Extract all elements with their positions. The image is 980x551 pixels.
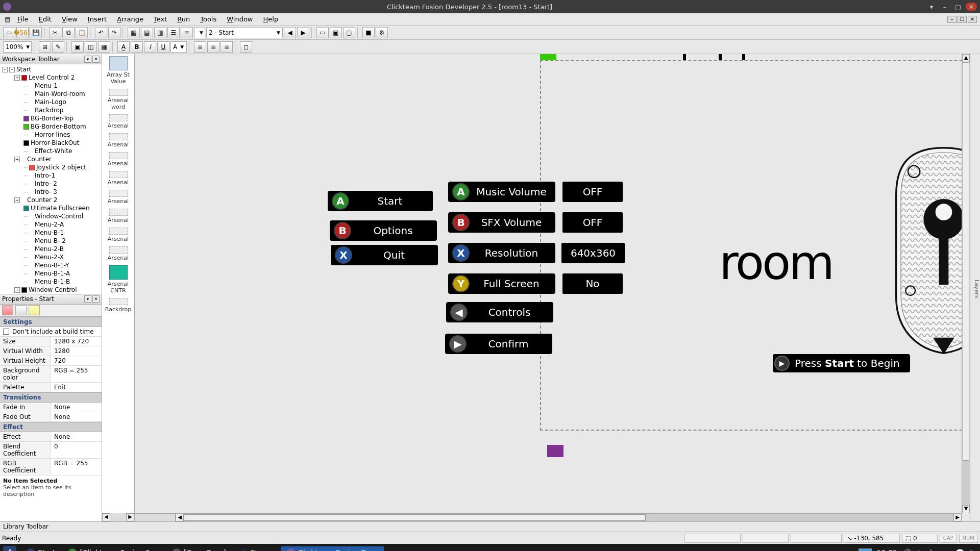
object-list-column[interactable]: Array St ValueArsenal wordArsenalArsenal… (102, 54, 135, 521)
taskbar-item[interactable]: [Clickteam Fusion 2.... (62, 546, 165, 551)
menu-button-start[interactable]: AStart (328, 191, 433, 211)
property-row[interactable]: Size1280 x 720 (0, 337, 102, 346)
main-logo[interactable]: room (719, 139, 970, 363)
object-item[interactable]: Array St Value (102, 54, 134, 87)
object-item[interactable]: Backdrop (102, 296, 134, 315)
taskbar-item[interactable]: [CrossOver] (166, 546, 232, 551)
editor-dropdown[interactable]: ▼ (194, 27, 205, 38)
zoom-combo[interactable]: 100%▼ (3, 41, 32, 53)
undo-button[interactable]: ↶ (95, 27, 107, 38)
build-button[interactable]: ⚙ (376, 27, 388, 38)
menu-button-confirm[interactable]: ▶Confirm (445, 334, 552, 354)
contents-button[interactable]: ▦ (128, 27, 140, 38)
align-left-button[interactable]: ≡ (194, 41, 206, 53)
property-row[interactable]: PaletteEdit (0, 383, 102, 392)
menu-run[interactable]: Run (172, 14, 195, 24)
italic-button[interactable]: I (144, 41, 156, 53)
objcol-hscrollbar[interactable]: ◀▶ (102, 513, 134, 521)
save-button[interactable]: 💾 (30, 27, 42, 38)
open-button[interactable]: �560 (16, 27, 29, 38)
tree-item[interactable]: ⋯Menu-2-X (1, 253, 101, 261)
tree-item[interactable]: ⋯Main-Word-room (1, 90, 101, 98)
property-row[interactable]: Blend Coefficient0 (0, 442, 102, 459)
properties-tab-settings[interactable] (2, 305, 13, 315)
bg-border-top-object[interactable] (547, 445, 564, 457)
workspace-pin-button[interactable]: ▾ (84, 56, 91, 63)
menu-insert[interactable]: Insert (83, 14, 112, 24)
tree-item[interactable]: ⋯Menu-1 (1, 82, 101, 90)
properties-tab-runtime[interactable] (15, 305, 27, 315)
start-menu-button[interactable]: f (3, 546, 16, 551)
bluetooth-icon[interactable]: ᛒ (929, 548, 937, 551)
align-center-obj-button[interactable]: ▣ (71, 41, 84, 53)
property-row[interactable]: Fade InNone (0, 403, 102, 412)
menu-help[interactable]: Help (258, 14, 284, 24)
align-obj-button[interactable]: ▦ (98, 41, 110, 53)
menu-button-full-screen[interactable]: YFull Screen (448, 273, 555, 294)
tree-item[interactable]: ⋯Intro- 2 (1, 180, 101, 188)
menu-tools[interactable]: Tools (195, 14, 222, 24)
workspace-tree[interactable]: – – Start +Level Control 2⋯Menu-1⋯Main-W… (0, 64, 102, 294)
event-editor-button[interactable]: ☰ (167, 27, 180, 38)
tree-item[interactable]: ⋯Menu-2-B (1, 245, 101, 253)
next-frame-button[interactable]: ▶ (297, 27, 309, 38)
maximize-button[interactable]: ▢ (952, 3, 964, 11)
object-item[interactable]: Arsenal word (102, 87, 134, 112)
property-row[interactable]: RGB CoefficientRGB = 255 (0, 459, 102, 475)
minimize2-button[interactable]: – (939, 3, 950, 11)
tree-root[interactable]: – – Start (1, 65, 101, 73)
font-button[interactable]: A̲ (117, 41, 130, 53)
object-item[interactable]: Arsenal (102, 188, 134, 207)
close-button[interactable]: ✕ (966, 3, 977, 11)
properties-tab-values[interactable] (29, 305, 40, 315)
menu-button-sfx-volume[interactable]: BSFX Volume (448, 212, 555, 233)
properties-pin-button[interactable]: ▾ (84, 295, 91, 303)
tree-item[interactable]: BG-Border-Bottom (1, 122, 101, 131)
menu-edit[interactable]: Edit (34, 14, 57, 24)
bold-button[interactable]: B (131, 41, 143, 53)
tree-item[interactable]: ⋯Menu-B-1-B (1, 278, 101, 286)
prev-frame-button[interactable]: ◀ (284, 27, 296, 38)
tree-item[interactable]: ⋯Menu-B-1-A (1, 269, 101, 278)
tree-item[interactable]: +Level Control 2 (1, 73, 101, 82)
tree-item[interactable]: ⋯Intro- 3 (1, 188, 101, 196)
value-box-resolution[interactable]: 640x360 (561, 243, 625, 263)
taskbar-item[interactable]: Start (20, 546, 61, 551)
menu-file[interactable]: File (12, 14, 34, 24)
align-center-button[interactable]: ≡ (207, 41, 219, 53)
property-row[interactable]: EffectNone (0, 432, 102, 442)
copy-button[interactable]: ⧉ (62, 27, 75, 38)
menu-button-resolution[interactable]: XResolution (448, 243, 555, 263)
canvas-vscrollbar[interactable]: ▲▼ (962, 54, 970, 513)
tree-item[interactable]: ⋯Menu-B- 2 (1, 237, 101, 245)
properties-close-button[interactable]: ✕ (92, 295, 100, 303)
run-frame-button[interactable]: ▢ (343, 27, 355, 38)
object-item[interactable]: Arsenal CNTR (102, 263, 134, 296)
tree-item[interactable]: ⋯Menu-B-1-Y (1, 261, 101, 269)
press-start-banner[interactable]: ▶ Press Start to Begin (773, 354, 910, 372)
object-item[interactable]: Arsenal (102, 226, 134, 244)
object-item[interactable]: Arsenal (102, 244, 134, 263)
canvas-hscrollbar[interactable]: ◀▶ (135, 513, 962, 521)
properties-grid[interactable]: Settings Don't include at build time Siz… (0, 317, 102, 522)
mdi-restore-button[interactable]: ❐ (958, 16, 967, 23)
tree-item[interactable]: BG-Border-Top (1, 114, 101, 122)
frame-rect-button[interactable]: ◻ (240, 41, 252, 53)
run-project-button[interactable]: ▭ (316, 27, 329, 38)
menu-window[interactable]: Window (222, 14, 258, 24)
run-app-button[interactable]: ▣ (330, 27, 342, 38)
tree-item[interactable]: +Counter (1, 155, 101, 163)
tool-grid-button[interactable]: ⊞ (39, 41, 51, 53)
notifications-icon[interactable]: 💬 (955, 548, 964, 551)
tree-item[interactable]: ⋯Window-Control (1, 212, 101, 220)
property-row[interactable]: Fade OutNone (0, 412, 102, 422)
tree-item[interactable]: Ultimate Fullscreen (1, 204, 101, 212)
workspace-switcher[interactable] (859, 548, 872, 551)
workspace-close-button[interactable]: ✕ (92, 56, 100, 63)
object-item[interactable]: Arsenal (102, 169, 134, 188)
menu-view[interactable]: View (57, 14, 83, 24)
object-item[interactable]: Arsenal (102, 131, 134, 150)
volume-icon[interactable]: 🔊 (902, 548, 911, 551)
property-row[interactable]: Background colorRGB = 255 (0, 366, 102, 383)
value-box-full-screen[interactable]: No (562, 273, 623, 294)
